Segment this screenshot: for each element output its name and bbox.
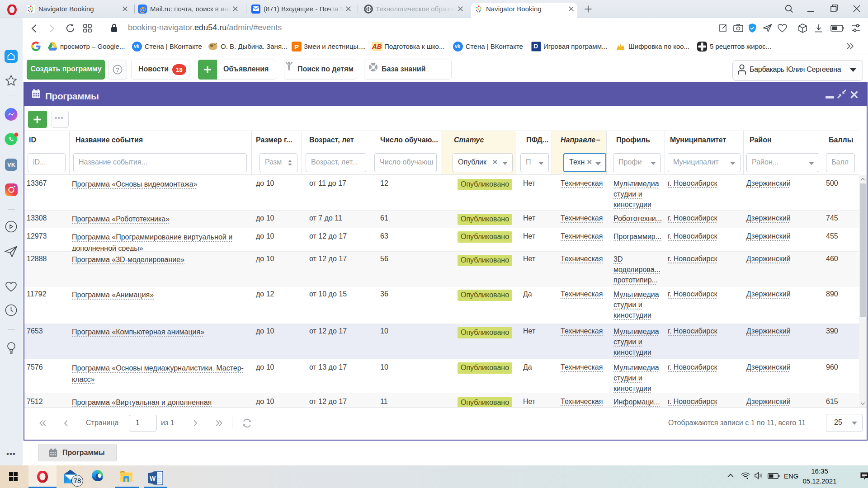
svg-text:W: W xyxy=(150,475,156,482)
svg-text:?: ? xyxy=(116,66,119,73)
